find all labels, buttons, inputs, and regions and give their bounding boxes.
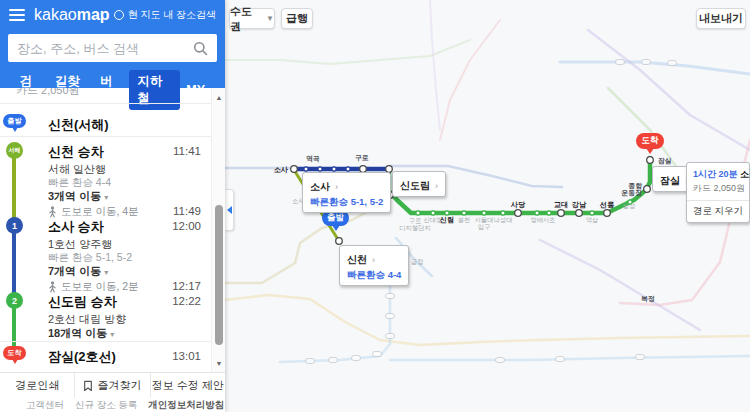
faded-station-marker	[386, 294, 395, 299]
faded-station-marker	[352, 356, 361, 361]
leg-title: 신천 승차	[48, 143, 104, 161]
station-label: 역곡	[306, 155, 320, 163]
route-fare: 카드 2,050원	[687, 182, 749, 200]
station-dot	[346, 167, 350, 171]
station-popup-sosa[interactable]: 소사› 빠른환승 5-1, 5-2	[302, 172, 391, 213]
sidebar-scrollbar: ▲ ▼	[211, 88, 225, 372]
route-duration: 1시간 20분 소요	[687, 163, 749, 182]
link-register-place[interactable]: 신규 장소 등록	[75, 399, 137, 412]
station-label: 잠실	[658, 157, 672, 165]
station-label: 종합운동장	[622, 182, 643, 197]
transfer-note: 빠른환승 5-1, 5-2	[310, 196, 383, 209]
faded-metro-line	[540, 240, 700, 330]
search-in-view-radio[interactable]: 현 지도 내 장소검색	[114, 8, 216, 22]
station-label: 방배	[531, 216, 544, 224]
faded-station-marker	[496, 358, 505, 363]
scroll-up-arrow[interactable]: ▲	[212, 94, 226, 101]
faded-metro-line	[430, 0, 440, 130]
leg-time: 11:41	[173, 145, 201, 157]
print-route-button[interactable]: 경로인쇄	[0, 373, 74, 398]
faded-station-marker	[636, 355, 645, 360]
destination-name: 잠실(2호선)	[48, 348, 116, 366]
station-dot	[501, 211, 505, 215]
suggest-edit-button[interactable]: 정보 수정 제안	[150, 373, 225, 398]
faded-station-marker	[386, 314, 395, 319]
walk-icon	[48, 206, 57, 218]
station-dot	[318, 167, 322, 171]
timeline-seohae-segment	[12, 150, 16, 225]
favorite-button[interactable]: 즐겨찾기	[74, 373, 149, 398]
faded-station-marker	[642, 60, 651, 65]
station-label: 금정	[411, 258, 424, 266]
sidebar-collapse-handle[interactable]	[225, 189, 234, 231]
leg-line: 1호선 양주행	[48, 237, 112, 252]
station-popup-sindorim[interactable]: 신도림›	[392, 171, 446, 197]
station-label: 삼성	[623, 202, 636, 210]
station-label: 역삼	[586, 216, 599, 223]
footer-links: 고객센터 신규 장소 등록 개인정보처리방침	[0, 398, 225, 412]
chevron-down-icon: ▼	[266, 14, 274, 23]
station-label: 선릉	[599, 200, 615, 209]
menu-icon[interactable]	[9, 6, 25, 24]
end-pin: 도착	[636, 133, 664, 149]
faded-metro-line	[560, 62, 750, 74]
station-dot	[431, 211, 435, 215]
station-label: 복정	[641, 295, 655, 303]
leg-transfer: 빠른 환승 4-4	[48, 176, 111, 190]
export-button[interactable]: 내보내기	[696, 8, 746, 29]
bookmark-icon	[83, 380, 93, 392]
scrollbar-thumb[interactable]	[215, 205, 223, 345]
metro-map[interactable]: 소사역곡구로신도림대림소새울구로디지털단지신대방신림봉천서울대입구낙성대사당방배…	[225, 0, 750, 412]
kakaomap-logo[interactable]: kakaomap	[34, 6, 110, 24]
station-dot	[332, 167, 336, 171]
leg-time: 12:00	[172, 220, 201, 232]
faded-metro-line	[440, 20, 500, 140]
faded-station-marker	[386, 334, 395, 339]
leg-stops-toggle[interactable]: 18개역 이동 ▾	[48, 326, 114, 341]
line-badge-2: 2	[6, 292, 23, 309]
leg-stops-toggle[interactable]: 7개역 이동 ▾	[48, 264, 108, 279]
link-privacy-policy[interactable]: 개인정보처리방침	[148, 399, 224, 412]
search-input[interactable]	[17, 41, 193, 56]
scroll-down-arrow[interactable]: ▼	[212, 360, 226, 367]
sidebar: kakaomap 현 지도 내 장소검색 검색 길찾기 버스 지하철 MY 카드…	[0, 0, 225, 412]
walk-row: 도보로 이동, 2분	[48, 280, 139, 294]
sidebar-footer: 경로인쇄 즐겨찾기 정보 수정 제안	[0, 372, 225, 398]
clear-route-button[interactable]: 경로 지우기	[687, 200, 749, 222]
origin-pin: 출발	[3, 114, 26, 128]
station-dot	[590, 211, 594, 215]
faded-station-marker	[616, 60, 625, 65]
caret-down-icon: ▾	[110, 330, 114, 339]
region-select-button[interactable]: 수도권 ▼	[229, 8, 275, 29]
station-label: 구로	[355, 154, 369, 162]
link-customer-center[interactable]: 고객센터	[26, 399, 64, 412]
station-dot	[462, 211, 466, 215]
station-dot	[535, 211, 539, 215]
leg-time: 12:22	[172, 295, 201, 307]
transfer-station-dot	[604, 210, 611, 217]
faded-station-marker	[373, 352, 382, 357]
station-label: 강남	[572, 200, 587, 209]
line-badge-seohae: 서해	[6, 142, 23, 159]
express-toggle-button[interactable]: 급행	[281, 8, 313, 29]
leg-title: 신도림 승차	[48, 293, 117, 311]
station-dot	[547, 211, 551, 215]
transfer-station-dot	[558, 210, 565, 217]
leg-stops-toggle[interactable]: 3개역 이동 ▾	[48, 189, 108, 204]
chevron-right-icon: ›	[335, 182, 338, 192]
leg-transfer: 빠른 환승 5-1, 5-2	[48, 251, 132, 265]
transfer-station-dot	[515, 210, 522, 217]
station-label: 교대	[554, 200, 568, 209]
leg-line: 2호선 대림 방향	[48, 312, 126, 327]
destination-time: 13:01	[172, 350, 201, 362]
leg-title: 소사 승차	[48, 218, 104, 236]
faded-station-marker	[668, 61, 677, 66]
search-icon[interactable]	[193, 41, 208, 56]
faded-metro-line	[588, 30, 750, 150]
origin-name: 신천(서해)	[48, 116, 109, 134]
transfer-station-dot	[336, 238, 343, 245]
transfer-station-dot	[291, 166, 298, 173]
leg-line: 서해 일산행	[48, 162, 106, 177]
search-box	[8, 34, 217, 62]
station-popup-sincheon[interactable]: 신천› 빠른환승 4-4	[339, 245, 409, 286]
